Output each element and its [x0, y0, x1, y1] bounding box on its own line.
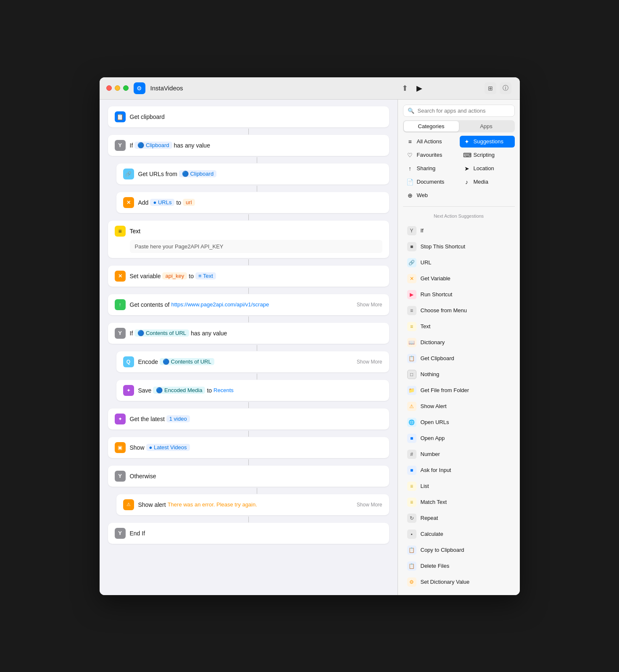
save-label: Save 🔵 Encoded Media to Recents: [138, 387, 382, 394]
divider: [403, 206, 515, 207]
calculate-action-label: Calculate: [421, 531, 443, 537]
close-button[interactable]: [106, 85, 112, 91]
action-add-urls[interactable]: ✕ Add ● URLs to url: [116, 192, 389, 213]
dict-action-icon: 📖: [407, 338, 416, 347]
action-get-contents[interactable]: ↑ Get contents of https://www.page2api.c…: [108, 294, 389, 315]
tab-apps[interactable]: Apps: [459, 121, 514, 132]
action-if-clipboard[interactable]: Y If 🔵 Clipboard has any value: [108, 135, 389, 156]
set-dict-action-icon: ⚙: [407, 577, 416, 587]
action-item-set-dictionary-value[interactable]: ⚙ Set Dictionary Value: [403, 574, 515, 590]
actions-panel: 🔍 Categories Apps ≡ All Actions ✦ Sugges…: [398, 100, 520, 595]
category-documents[interactable]: 📄 Documents: [403, 176, 458, 188]
category-web[interactable]: ⊕ Web: [403, 190, 458, 201]
action-item-dictionary[interactable]: 📖 Dictionary: [403, 335, 515, 350]
match-text-action-icon: ≡: [407, 498, 416, 507]
set-variable-label: Set variable api_key to ≡ Text: [130, 272, 382, 279]
action-item-run-shortcut[interactable]: ▶ Run Shortcut: [403, 287, 515, 303]
open-urls-action-label: Open URLs: [421, 419, 449, 425]
if-action-icon: Y: [407, 226, 416, 235]
video-count-token: 1 video: [166, 415, 190, 422]
action-end-if[interactable]: Y End If: [108, 523, 389, 544]
title-actions: ⬆ ▶: [400, 83, 424, 94]
calculate-action-icon: ▪: [407, 530, 416, 539]
action-item-url[interactable]: 🔗 URL: [403, 255, 515, 271]
action-otherwise[interactable]: Y Otherwise: [108, 466, 389, 487]
action-item-delete-files[interactable]: 📋 Delete Files: [403, 558, 515, 574]
action-item-list[interactable]: ≡ List: [403, 478, 515, 494]
action-set-variable[interactable]: ✕ Set variable api_key to ≡ Text: [108, 266, 389, 287]
ask-input-action-label: Ask for Input: [421, 467, 451, 473]
action-item-get-clipboard[interactable]: 📋 Get Clipboard: [403, 350, 515, 366]
stop-action-icon: ■: [407, 242, 416, 251]
search-input[interactable]: [418, 108, 510, 114]
category-location[interactable]: ➤ Location: [460, 163, 515, 174]
window-title: InstaVideos: [150, 84, 395, 92]
action-item-open-app[interactable]: ■ Open App: [403, 430, 515, 446]
add-action-button[interactable]: ⊞: [485, 82, 496, 94]
action-item-get-file-from-folder[interactable]: 📁 Get File from Folder: [403, 382, 515, 398]
action-text-block[interactable]: ≡ Text Paste here your Page2API API_KEY: [108, 221, 389, 258]
run-button[interactable]: ▶: [415, 83, 424, 94]
action-encode[interactable]: Q Encode 🔵 Contents of URL Show More: [116, 351, 389, 372]
share-button[interactable]: ⬆: [400, 83, 410, 94]
choose-menu-action-icon: ≡: [407, 306, 416, 315]
action-if-contents[interactable]: Y If 🔵 Contents of URL has any value: [108, 323, 389, 344]
get-var-action-icon: ✕: [407, 274, 416, 283]
action-item-repeat[interactable]: ↻ Repeat: [403, 510, 515, 526]
api-key-token: api_key: [162, 272, 187, 279]
copy-clip-action-icon: 📋: [407, 546, 416, 555]
action-item-stop-shortcut[interactable]: ■ Stop This Shortcut: [403, 239, 515, 255]
connector: [108, 214, 389, 221]
repeat-action-label: Repeat: [421, 515, 438, 521]
action-item-calculate[interactable]: ▪ Calculate: [403, 526, 515, 542]
suggestions-section-label: Next Action Suggestions: [403, 212, 515, 219]
dict-action-label: Dictionary: [421, 339, 445, 345]
if-contents-label: If 🔵 Contents of URL has any value: [130, 329, 382, 337]
category-favourites[interactable]: ♡ Favourites: [403, 149, 458, 161]
info-button[interactable]: ⓘ: [500, 82, 511, 94]
maximize-button[interactable]: [123, 85, 129, 91]
category-suggestions[interactable]: ✦ Suggestions: [460, 136, 515, 148]
action-item-get-variable[interactable]: ✕ Get Variable: [403, 271, 515, 287]
encode-icon: Q: [123, 356, 134, 367]
action-item-text[interactable]: ≡ Text: [403, 319, 515, 335]
action-save[interactable]: ✦ Save 🔵 Encoded Media to Recents: [116, 380, 389, 401]
action-show-alert[interactable]: ⚠ Show alert There was an error. Please …: [116, 494, 389, 515]
show-more-encode[interactable]: Show More: [357, 359, 382, 365]
category-sharing[interactable]: ↑ Sharing: [403, 163, 458, 174]
action-get-latest[interactable]: ✦ Get the latest 1 video: [108, 408, 389, 430]
category-media[interactable]: ♪ Media: [460, 176, 515, 188]
action-item-copy-to-clipboard[interactable]: 📋 Copy to Clipboard: [403, 542, 515, 558]
tab-categories[interactable]: Categories: [404, 121, 459, 132]
get-contents-label: Get contents of https://www.page2api.com…: [130, 301, 353, 308]
action-item-number[interactable]: # Number: [403, 446, 515, 462]
show-more-alert[interactable]: Show More: [357, 502, 382, 508]
show-more-get-contents[interactable]: Show More: [357, 302, 382, 308]
url-action-icon: 🔗: [407, 258, 416, 267]
action-item-if[interactable]: Y If: [403, 223, 515, 239]
action-get-urls[interactable]: 🔗 Get URLs from 🔵 Clipboard: [116, 163, 389, 184]
action-item-ask-for-input[interactable]: ■ Ask for Input: [403, 462, 515, 478]
category-all-actions[interactable]: ≡ All Actions: [403, 136, 458, 148]
text-icon: ≡: [115, 226, 126, 237]
connector: [125, 157, 389, 163]
media-label: Media: [474, 179, 488, 185]
get-file-action-icon: 📁: [407, 386, 416, 395]
action-get-clipboard[interactable]: 📋 Get clipboard: [108, 106, 389, 127]
action-item-open-urls[interactable]: 🌐 Open URLs: [403, 414, 515, 430]
favourites-label: Favourites: [417, 152, 443, 158]
get-contents-icon: ↑: [115, 299, 126, 310]
list-action-label: List: [421, 483, 429, 489]
action-show[interactable]: ▣ Show ● Latest Videos: [108, 437, 389, 458]
action-item-choose-from-menu[interactable]: ≡ Choose from Menu: [403, 303, 515, 319]
action-item-nothing[interactable]: □ Nothing: [403, 366, 515, 382]
traffic-lights: [106, 85, 129, 91]
scripting-label: Scripting: [474, 152, 495, 158]
contents-token2: 🔵 Contents of URL: [160, 358, 214, 365]
category-scripting[interactable]: ⌨ Scripting: [460, 149, 515, 161]
minimize-button[interactable]: [115, 85, 120, 91]
action-item-show-alert[interactable]: ⚠ Show Alert: [403, 398, 515, 414]
number-action-label: Number: [421, 451, 440, 457]
url-action-label: URL: [421, 259, 432, 266]
action-item-match-text[interactable]: ≡ Match Text: [403, 494, 515, 510]
